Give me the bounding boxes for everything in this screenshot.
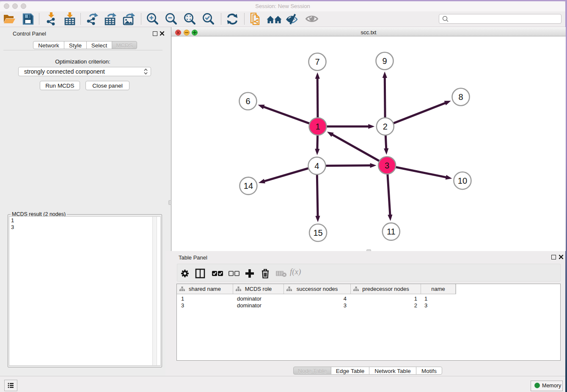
svg-text:3: 3: [385, 161, 389, 170]
svg-text:10: 10: [458, 176, 467, 185]
svg-text:8: 8: [458, 92, 463, 102]
svg-text:2: 2: [383, 122, 388, 131]
svg-text:11: 11: [387, 227, 396, 236]
svg-text:7: 7: [315, 57, 319, 66]
svg-text:9: 9: [382, 56, 387, 66]
svg-text:14: 14: [244, 181, 253, 190]
svg-text:6: 6: [245, 97, 250, 106]
svg-text:4: 4: [314, 161, 319, 171]
svg-text:1: 1: [315, 122, 320, 131]
svg-text:15: 15: [313, 228, 322, 237]
